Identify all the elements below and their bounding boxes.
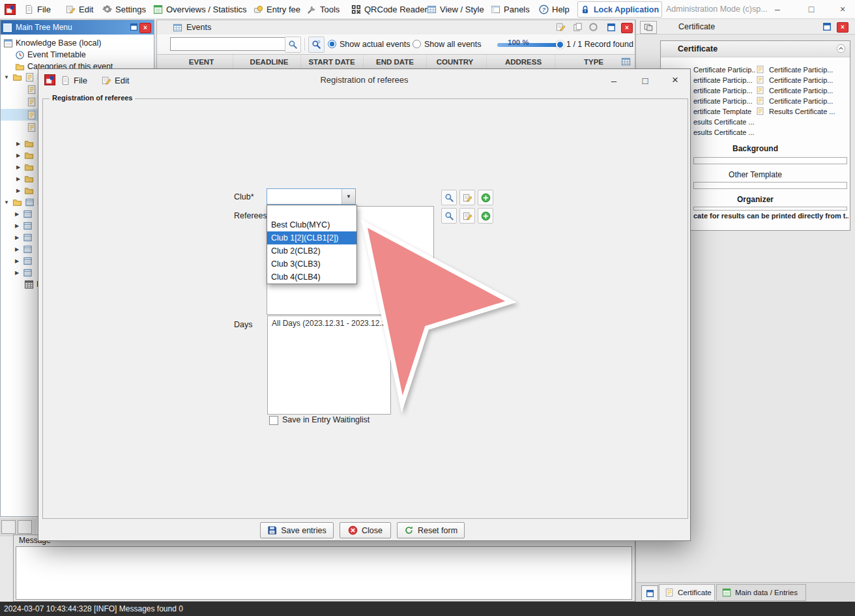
window-maximize-button[interactable]: □ [800, 0, 822, 18]
menubar-item-settings[interactable]: Settings [100, 0, 148, 18]
tree-expand-icon[interactable]: ▼ [3, 74, 10, 80]
other-template-input[interactable] [693, 182, 847, 189]
tree-item[interactable]: ▶ [1, 255, 33, 267]
save-entries-button[interactable]: Save entries [260, 522, 334, 538]
tree-item[interactable]: ▶ [1, 138, 34, 149]
club-option[interactable]: Club 3(CLB3) [267, 257, 356, 271]
referee-edit-button[interactable] [459, 208, 475, 224]
certificate-item[interactable]: esults Certificate ... [693, 118, 778, 126]
club-option[interactable]: Club 2(CLB2) [267, 244, 356, 257]
menubar-item-edit[interactable]: Edit [64, 0, 95, 18]
tab-main-data-entries[interactable]: Main data / Entries [716, 584, 806, 601]
combobox-dropdown-arrow[interactable]: ▼ [341, 189, 355, 204]
menubar-item-help[interactable]: ?Help [537, 0, 572, 18]
close-button[interactable]: Close [340, 522, 391, 538]
events-search-input[interactable] [170, 37, 287, 51]
collapse-chevron-icon[interactable] [836, 44, 846, 53]
tab-certificate[interactable]: Certificate [659, 584, 715, 601]
certificate-item[interactable]: Certificate Particip... [769, 87, 848, 95]
menubar-item-tools[interactable]: Tools [305, 0, 341, 18]
tree-collapse-icon[interactable]: ▶ [15, 153, 22, 158]
radio-show-all-events[interactable] [413, 40, 421, 48]
tree-item[interactable] [1, 96, 36, 108]
organizer-input[interactable] [693, 207, 847, 211]
menubar-item-entry-fee[interactable]: Entry fee [252, 0, 302, 18]
referee-search-button[interactable] [441, 208, 457, 224]
tree-item[interactable]: ▶ [1, 243, 33, 255]
club-option-selected[interactable]: Club 1[2](CLB1[2]) [267, 231, 356, 244]
tree-collapse-icon[interactable]: ▶ [14, 223, 20, 229]
tree-item-selected[interactable] [1, 109, 36, 121]
tree-item[interactable]: ▶ [1, 220, 33, 231]
certificate-item[interactable]: ertificate Template [693, 108, 755, 115]
refresh-circle-icon[interactable] [588, 22, 598, 32]
panel-close-button[interactable]: × [621, 23, 633, 33]
certificate-item[interactable]: esults Certificate ... [693, 128, 778, 136]
copy-icon[interactable] [573, 22, 583, 32]
panel-maximize-icon[interactable] [130, 23, 138, 31]
menubar-item-file[interactable]: File [22, 0, 53, 18]
zoom-slider-thumb[interactable] [556, 40, 564, 49]
certificate-item[interactable]: Certificate Particip... [769, 66, 848, 74]
tree-collapse-icon[interactable]: ▶ [15, 141, 22, 147]
tree-collapse-icon[interactable]: ▶ [15, 188, 22, 194]
column-header-start-date[interactable]: START DATE [300, 55, 364, 69]
tree-item-e[interactable]: ▼E [1, 71, 42, 83]
search-button[interactable] [285, 37, 301, 53]
club-edit-button[interactable] [459, 190, 475, 205]
column-header-deadline[interactable]: DEADLINE [238, 55, 301, 69]
dialog-menu-edit[interactable]: Edit [102, 74, 129, 87]
column-header-end-date[interactable]: END DATE [364, 55, 427, 69]
tree-item[interactable]: ▶ [1, 267, 33, 278]
window-close-button[interactable]: × [832, 0, 854, 18]
column-header-event[interactable]: EVENT [170, 55, 233, 69]
menubar-item-overviews[interactable]: Overviews / Statistics [151, 0, 249, 18]
tree-item-r[interactable]: R [1, 278, 42, 290]
column-header-type[interactable]: TYPE [562, 55, 625, 69]
certificate-item[interactable]: ertificate Particip... [693, 97, 755, 105]
panel-maximize-icon[interactable] [822, 22, 832, 31]
reset-form-button[interactable]: Reset form [397, 522, 465, 538]
lock-application-button[interactable]: Lock Application [577, 1, 662, 18]
club-combobox[interactable]: ▼ [267, 188, 356, 205]
certificate-item[interactable]: Certificate Particip... [769, 97, 848, 105]
dock-button[interactable] [1, 520, 16, 534]
days-listbox[interactable]: All Days (2023.12.31 - 2023.12.31) [267, 315, 391, 415]
dialog-titlebar[interactable]: Registration of referees File Edit – □ × [38, 69, 690, 91]
tree-collapse-icon[interactable]: ▶ [14, 246, 20, 252]
certificate-item[interactable]: ertificate Particip... [693, 76, 755, 84]
tree-expand-icon[interactable]: ▼ [3, 199, 10, 205]
tree-item[interactable]: ▶ [1, 231, 33, 243]
club-add-button[interactable] [478, 190, 493, 205]
menubar-item-view-style[interactable]: View / Style [425, 0, 486, 18]
days-list-item[interactable]: All Days (2023.12.31 - 2023.12.31) [268, 316, 390, 330]
menubar-item-qrcode[interactable]: QRCode Reader [349, 0, 429, 18]
column-settings-icon[interactable] [621, 57, 631, 66]
message-log-area[interactable] [16, 546, 632, 600]
certificate-item[interactable]: Certificate Particip... [693, 66, 755, 74]
club-option[interactable]: Best Club(MYC) [267, 218, 356, 231]
tree-collapse-icon[interactable]: ▶ [14, 235, 20, 241]
dialog-menu-file[interactable]: File [61, 74, 87, 87]
club-search-button[interactable] [441, 190, 457, 205]
tree-item[interactable]: ▶ [1, 149, 34, 161]
club-option-blank[interactable] [267, 205, 356, 218]
tree-item-event-timetable[interactable]: Event Timetable [1, 49, 86, 61]
dialog-minimize-button[interactable]: – [605, 74, 623, 87]
menubar-item-panels[interactable]: Panels [489, 0, 532, 18]
certificate-section-header[interactable]: Certificate [661, 41, 850, 57]
club-option[interactable]: Club 4(CLB4) [267, 271, 356, 284]
certificate-item[interactable]: Certificate Particip... [769, 76, 848, 84]
tree-item-d[interactable]: ▼D [1, 196, 43, 208]
zoom-slider[interactable] [497, 43, 561, 47]
referee-add-button[interactable] [478, 208, 493, 224]
tree-item[interactable] [1, 121, 36, 133]
column-header-address[interactable]: ADDRESS [492, 55, 555, 69]
column-header-country[interactable]: COUNTRY [424, 55, 487, 69]
advanced-search-button[interactable] [308, 37, 325, 53]
waitlist-checkbox[interactable] [269, 416, 278, 425]
panel-maximize-icon[interactable] [607, 23, 616, 32]
edit-record-icon[interactable] [556, 22, 566, 32]
tab-dock-button[interactable] [641, 585, 658, 601]
tree-collapse-icon[interactable]: ▶ [15, 176, 22, 182]
